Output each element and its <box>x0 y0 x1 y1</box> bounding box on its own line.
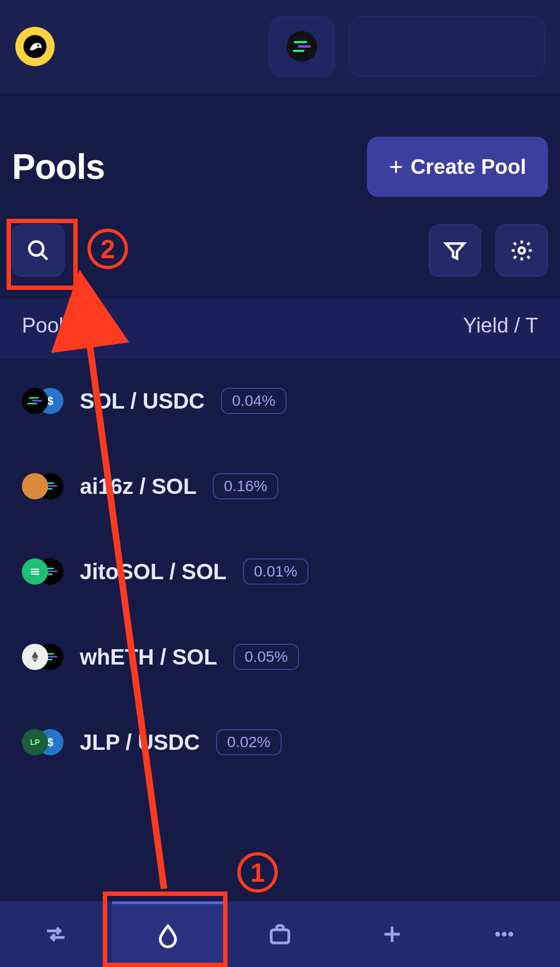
nav-more[interactable] <box>448 901 560 967</box>
briefcase-icon <box>267 921 293 947</box>
svg-rect-10 <box>27 403 37 405</box>
pool-fee-badge: 0.05% <box>234 644 299 670</box>
pool-pair-label: ai16z / SOL <box>80 474 196 499</box>
app-logo[interactable] <box>15 27 55 66</box>
more-icon <box>491 921 517 947</box>
pool-fee-badge: 0.02% <box>216 729 281 755</box>
svg-rect-8 <box>29 397 39 399</box>
search-icon <box>26 238 50 263</box>
table-header: Pool Yield / T <box>0 299 560 358</box>
annotation-step-2: 2 <box>88 229 128 269</box>
token-icon-a <box>22 473 48 499</box>
token-pair-icons <box>22 471 63 502</box>
create-pool-button[interactable]: + Create Pool <box>367 137 548 197</box>
search-button[interactable] <box>12 224 65 277</box>
svg-rect-12 <box>48 485 57 487</box>
column-yield: Yield / T <box>463 314 538 337</box>
token-pair-icons: $ <box>22 386 63 416</box>
nav-swap[interactable] <box>0 901 112 967</box>
svg-point-27 <box>495 932 500 937</box>
nav-add[interactable] <box>336 901 448 967</box>
orca-icon <box>22 34 48 59</box>
token-pair-icons <box>22 556 63 587</box>
filter-icon <box>443 238 467 263</box>
page-header: Pools + Create Pool <box>0 93 560 197</box>
page-title: Pools <box>12 147 104 187</box>
svg-point-29 <box>508 932 513 937</box>
top-bar <box>0 0 560 93</box>
annotation-step-1: 1 <box>237 852 278 893</box>
svg-rect-2 <box>294 41 307 43</box>
svg-point-7 <box>519 248 525 254</box>
pool-pair-label: whETH / SOL <box>80 645 217 669</box>
pool-row[interactable]: ai16z / SOL 0.16% <box>0 444 560 529</box>
svg-rect-14 <box>31 569 39 570</box>
token-icon-a <box>22 558 48 585</box>
gear-icon <box>510 238 534 263</box>
pool-pair-label: SOL / USDC <box>80 389 205 413</box>
pool-list: $ SOL / USDC 0.04% ai16z / SOL 0.16% Jit… <box>0 358 560 785</box>
network-selector[interactable] <box>269 16 335 77</box>
token-pair-icons: LP $ <box>22 727 63 758</box>
token-icon-a <box>22 644 48 670</box>
pool-row[interactable]: JitoSOL / SOL 0.01% <box>0 529 560 614</box>
plus-icon <box>379 921 405 947</box>
svg-line-6 <box>42 254 48 260</box>
svg-rect-16 <box>31 574 39 575</box>
token-pair-icons <box>22 642 63 672</box>
top-search-input[interactable] <box>349 16 545 77</box>
pool-row[interactable]: $ SOL / USDC 0.04% <box>0 358 560 444</box>
swap-icon <box>43 921 69 947</box>
svg-point-1 <box>37 44 39 46</box>
nav-pools[interactable] <box>112 901 224 967</box>
filter-button[interactable] <box>429 224 481 277</box>
token-icon-a <box>22 388 48 414</box>
bottom-nav <box>0 901 560 967</box>
svg-rect-21 <box>48 656 57 657</box>
svg-point-5 <box>30 242 44 256</box>
token-icon-a: LP <box>22 729 48 755</box>
pool-row[interactable]: whETH / SOL 0.05% <box>0 614 560 700</box>
settings-button[interactable] <box>495 224 548 277</box>
svg-point-28 <box>501 932 506 937</box>
nav-portfolio[interactable] <box>224 901 336 967</box>
svg-rect-3 <box>298 45 311 48</box>
drop-icon <box>155 923 181 949</box>
pool-pair-label: JLP / USDC <box>80 730 200 755</box>
pool-row[interactable]: LP $ JLP / USDC 0.02% <box>0 700 560 785</box>
pool-pair-label: JitoSOL / SOL <box>80 560 226 584</box>
svg-rect-24 <box>271 930 289 943</box>
solana-icon <box>287 31 317 62</box>
create-pool-label: Create Pool <box>411 155 526 179</box>
svg-rect-18 <box>48 570 57 572</box>
svg-rect-9 <box>32 400 42 401</box>
pool-fee-badge: 0.16% <box>213 473 278 499</box>
plus-icon: + <box>389 153 403 180</box>
pool-fee-badge: 0.01% <box>243 558 308 585</box>
pool-fee-badge: 0.04% <box>221 388 286 414</box>
svg-rect-4 <box>293 50 305 52</box>
column-pool: Pool <box>22 314 63 337</box>
toolbar: 2 <box>0 197 560 299</box>
svg-rect-15 <box>31 571 39 572</box>
